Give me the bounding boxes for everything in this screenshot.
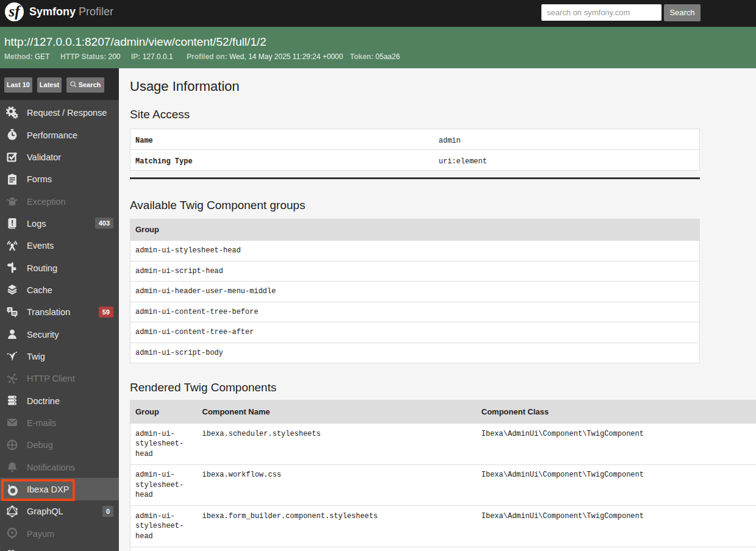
- svg-text:a: a: [9, 307, 11, 311]
